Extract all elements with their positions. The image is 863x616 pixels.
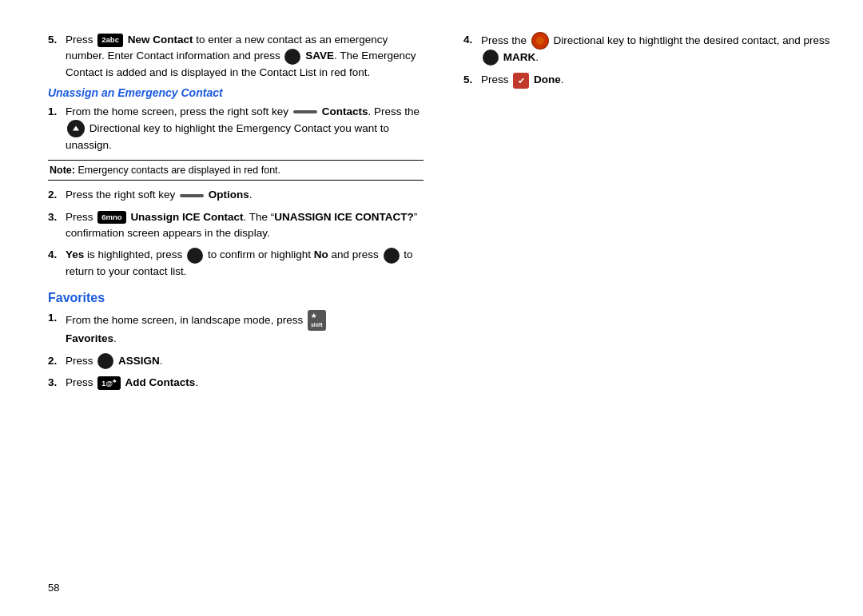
unassign-step1-text2: . Press the: [368, 105, 420, 117]
no-label: No: [314, 248, 328, 260]
left-column: 5. Press 2abc New Contact to enter a new…: [48, 32, 447, 584]
fav-step-num-2: 2.: [48, 353, 66, 369]
note-text: Emergency contacts are displayed in red …: [75, 165, 280, 176]
step-4-content: Yes is highlighted, press to confirm or …: [66, 247, 424, 280]
right-step4-end: .: [535, 51, 539, 63]
assign-label: ASSIGN: [118, 355, 160, 367]
fav-step2-end: .: [160, 355, 163, 367]
right-step-num-4: 4.: [463, 32, 481, 48]
right-step-5: 5. Press Done.: [463, 72, 831, 88]
favorites-step-3: 3. Press 1@♣ Add Contacts.: [48, 375, 424, 391]
right-column: 4. Press the Directional key to hightlig…: [447, 32, 831, 584]
mark-label: MARK: [503, 51, 536, 63]
fav-step-1-content: From the home screen, in landscape mode,…: [66, 310, 424, 348]
assign-circle-btn: [97, 353, 113, 369]
favorites-step-1: 1. From the home screen, in landscape mo…: [48, 310, 424, 348]
right-step5-end: .: [561, 74, 564, 85]
add-contacts-label: Add Contacts: [125, 376, 195, 388]
right-step4-text2: Directional key to hightlight the desire…: [554, 34, 830, 46]
new-contact-label: New Contact: [128, 34, 193, 46]
confirm-circle-btn: [187, 248, 203, 264]
fav-step2-press: Press: [66, 355, 93, 367]
unassign-ice-label: Unassign ICE Contact: [130, 211, 243, 223]
key-2abc: 2abc: [97, 34, 123, 46]
step-2-left: 2. Press the right soft key Options.: [48, 187, 424, 203]
favorites-section-title: Favorites: [48, 291, 424, 305]
fav-step-num-3: 3.: [48, 375, 66, 391]
contacts-label: Contacts: [322, 105, 368, 117]
fav-step-2-content: Press ASSIGN.: [66, 353, 424, 369]
step3-text1: . The “: [243, 211, 274, 223]
yes-label: Yes: [66, 248, 84, 260]
directional-circle-key: [531, 32, 549, 50]
right-soft-key-2: [180, 194, 204, 197]
step4-text3: and press: [331, 248, 378, 260]
done-label: Done: [534, 74, 561, 85]
step4-text1: is highlighted, press: [84, 248, 182, 260]
note-label: Note:: [50, 165, 75, 176]
favorites-step-2: 2. Press ASSIGN.: [48, 353, 424, 369]
fav-step1-text1: From the home screen, in landscape mode,…: [66, 314, 303, 326]
unassign-step1-text3: Directional key to highlight the Emergen…: [66, 122, 389, 151]
right-step-5-content: Press Done.: [481, 72, 831, 88]
right-step4-text1: Press the: [481, 34, 527, 46]
save-circle-btn: [284, 49, 300, 65]
fav-step3-end: .: [195, 376, 198, 388]
note-box: Note: Emergency contacts are displayed i…: [48, 160, 424, 181]
step-5-left: 5. Press 2abc New Contact to enter a new…: [48, 32, 424, 81]
unassign-step1-text1: From the home screen, press the right so…: [66, 105, 288, 117]
fav-step1-end: .: [113, 332, 117, 344]
directional-key-1: [67, 120, 85, 137]
options-label: Options: [209, 189, 249, 201]
step-num-3: 3.: [48, 209, 66, 225]
right-step-4: 4. Press the Directional key to hightlig…: [463, 32, 831, 66]
unassign-ice-confirm-label: UNASSIGN ICE CONTACT?: [274, 211, 414, 223]
right-step5-press: Press: [481, 74, 509, 85]
favorites-label: Favorites: [66, 332, 113, 344]
step4-text2: to confirm or highlight: [208, 248, 311, 260]
key-shift: ★shift: [308, 310, 326, 331]
mark-circle-btn: [483, 50, 499, 66]
unassign-step-1-content: From the home screen, press the right so…: [66, 104, 424, 154]
step2-end: .: [249, 189, 253, 201]
unassign-step-1: 1. From the home screen, press the right…: [48, 104, 424, 154]
done-icon: [513, 73, 529, 89]
page-number: 58: [48, 582, 59, 594]
right-step-num-5: 5.: [463, 72, 481, 88]
step-num-4: 4.: [48, 247, 66, 263]
save-label: SAVE: [305, 50, 334, 62]
key-1: 1@♣: [97, 376, 120, 391]
step-3-content: Press 6mno Unassign ICE Contact. The “UN…: [66, 209, 424, 242]
fav-step-num-1: 1.: [48, 310, 66, 326]
step-5-content: Press 2abc New Contact to enter a new co…: [66, 32, 424, 81]
step-num-5: 5.: [48, 32, 66, 48]
right-soft-key-1: [293, 110, 317, 113]
unassign-section-title: Unassign an Emergency Contact: [48, 86, 424, 99]
key-6mno: 6mno: [97, 211, 125, 224]
return-circle-btn: [384, 248, 400, 264]
step-4-left: 4. Yes is highlighted, press to confirm …: [48, 247, 424, 280]
step-3-left: 3. Press 6mno Unassign ICE Contact. The …: [48, 209, 424, 242]
step-num-2: 2.: [48, 187, 66, 203]
unassign-step-num-1: 1.: [48, 104, 66, 120]
fav-step-3-content: Press 1@♣ Add Contacts.: [66, 375, 424, 391]
right-step-4-content: Press the Directional key to hightlight …: [481, 32, 831, 66]
step-2-content: Press the right soft key Options.: [66, 187, 424, 203]
step2-text1: Press the right soft key: [66, 189, 175, 201]
